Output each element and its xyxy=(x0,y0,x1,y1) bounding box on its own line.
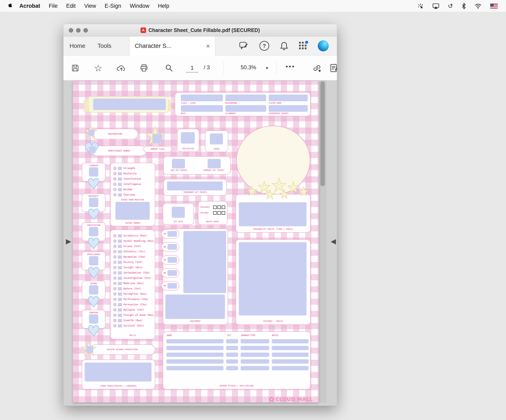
apps-grid-icon[interactable] xyxy=(299,42,307,50)
menu-acrobat[interactable]: Acrobat xyxy=(15,3,45,9)
failure-checkbox[interactable] xyxy=(217,211,221,215)
bluetooth-icon[interactable] xyxy=(461,3,466,9)
proficiency-circle[interactable] xyxy=(113,172,116,175)
speed-field[interactable] xyxy=(210,133,223,144)
skill-row[interactable]: Performance (Cha) xyxy=(113,297,154,302)
modifier-box[interactable] xyxy=(118,234,122,237)
weapon-notes-field[interactable] xyxy=(272,366,309,370)
modifier-box[interactable] xyxy=(118,266,122,269)
account-avatar[interactable] xyxy=(318,40,329,51)
weapon-damage-field[interactable] xyxy=(241,359,269,364)
failure-checkbox[interactable] xyxy=(222,211,225,215)
modifier-box[interactable] xyxy=(118,188,122,191)
skill-row[interactable]: Intimidation (Cha) xyxy=(113,270,154,275)
passive-wisdom-field[interactable] xyxy=(86,346,93,353)
notifications-bell-icon[interactable] xyxy=(280,41,288,50)
saving-throw-row[interactable]: Charisma xyxy=(113,192,153,197)
right-panel-toggle-icon[interactable]: ◀ xyxy=(331,237,336,245)
weapon-notes-field[interactable] xyxy=(272,353,309,357)
help-icon[interactable]: ? xyxy=(260,41,269,51)
weapon-damage-field[interactable] xyxy=(241,353,269,357)
modifier-box[interactable] xyxy=(118,250,122,253)
modifier-box[interactable] xyxy=(118,277,122,280)
features-field[interactable] xyxy=(239,242,306,316)
saving-throw-row[interactable]: Strength xyxy=(113,166,153,171)
skill-row[interactable]: Athletics (Str) xyxy=(113,249,154,254)
skill-row[interactable]: Religion (Int) xyxy=(113,307,154,312)
time-machine-icon[interactable]: ↺ xyxy=(448,3,453,9)
fill-sign-icon[interactable] xyxy=(330,64,337,72)
proficiency-circle[interactable] xyxy=(113,292,116,296)
weapon-name-field[interactable] xyxy=(166,339,224,343)
weapon-hit-field[interactable] xyxy=(226,339,238,343)
race-field[interactable] xyxy=(181,105,223,112)
minimize-window-button[interactable] xyxy=(76,28,80,32)
weapon-hit-field[interactable] xyxy=(226,353,238,357)
weapon-damage-field[interactable] xyxy=(241,339,269,343)
modifier-box[interactable] xyxy=(118,292,122,296)
proficiency-circle[interactable] xyxy=(113,314,116,317)
modifier-box[interactable] xyxy=(118,172,122,175)
menu-view[interactable]: View xyxy=(80,3,100,9)
menu-edit[interactable]: Edit xyxy=(62,3,80,9)
weapon-notes-field[interactable] xyxy=(272,339,309,343)
airplay-icon[interactable] xyxy=(432,3,439,9)
success-checkbox[interactable] xyxy=(217,206,221,209)
experience-points-field[interactable] xyxy=(269,105,308,112)
menu-help[interactable]: Help xyxy=(153,3,173,9)
proficiency-circle[interactable] xyxy=(113,277,116,280)
proficiency-circle[interactable] xyxy=(113,183,116,186)
proficiency-circle[interactable] xyxy=(113,298,116,301)
player-name-field[interactable] xyxy=(269,95,308,101)
modifier-box[interactable] xyxy=(118,308,122,311)
modifier-box[interactable] xyxy=(118,282,122,285)
proficiency-circle[interactable] xyxy=(113,324,116,327)
feedback-icon[interactable] xyxy=(239,41,249,50)
background-field[interactable] xyxy=(225,95,266,101)
failure-checkbox[interactable] xyxy=(213,211,217,215)
left-panel-toggle-icon[interactable]: ▶ xyxy=(66,237,71,245)
share-link-icon[interactable] xyxy=(313,64,321,72)
modifier-box[interactable] xyxy=(118,167,122,170)
skill-row[interactable]: Acrobatics (Dex) xyxy=(113,233,154,238)
proficiency-circle[interactable] xyxy=(113,271,116,274)
temporary-hit-points-field[interactable] xyxy=(167,181,223,190)
us-flag-input-source-icon[interactable] xyxy=(490,3,498,9)
max-hit-points-field[interactable] xyxy=(172,159,185,168)
skill-row[interactable]: Persuasion (Cha) xyxy=(113,302,154,307)
modifier-box[interactable] xyxy=(118,193,122,196)
weapon-damage-field[interactable] xyxy=(241,346,269,350)
hit-dice-field[interactable] xyxy=(172,207,185,218)
skill-row[interactable]: Investigation (Int) xyxy=(113,275,154,281)
skill-row[interactable]: Nature (Int) xyxy=(113,286,154,291)
modifier-box[interactable] xyxy=(118,287,122,290)
ep-field[interactable] xyxy=(167,257,177,263)
proficiency-circle[interactable] xyxy=(113,266,116,269)
inspiration-field[interactable] xyxy=(88,130,94,136)
tab-tools[interactable]: Tools xyxy=(91,36,118,55)
initiative-field[interactable] xyxy=(181,132,195,144)
zoom-window-button[interactable] xyxy=(83,28,88,32)
class-level-field[interactable] xyxy=(181,95,223,101)
skill-row[interactable]: Arcana (Int) xyxy=(113,244,154,249)
skill-row[interactable]: Insight (Wis) xyxy=(113,265,154,270)
favorite-star-icon[interactable]: ☆ xyxy=(94,63,102,73)
saving-throw-row[interactable]: Constitution xyxy=(113,176,153,181)
weapon-damage-field[interactable] xyxy=(241,366,269,370)
pp-field[interactable] xyxy=(167,283,177,289)
weapon-hit-field[interactable] xyxy=(226,346,238,350)
cloud-upload-icon[interactable] xyxy=(117,64,126,72)
proficiency-circle[interactable] xyxy=(113,188,116,191)
menu-esign[interactable]: E-Sign xyxy=(100,3,126,9)
saving-throw-row[interactable]: Wisdom xyxy=(113,187,153,192)
proficiency-circle[interactable] xyxy=(113,303,116,306)
modifier-box[interactable] xyxy=(118,314,122,317)
proficiency-circle[interactable] xyxy=(113,245,116,248)
proficiency-circle[interactable] xyxy=(113,287,116,290)
sp-field[interactable] xyxy=(167,244,177,250)
proficiency-circle[interactable] xyxy=(113,234,116,237)
other-proficiencies-field[interactable] xyxy=(85,362,152,381)
proficiency-circle[interactable] xyxy=(113,250,116,253)
weapon-name-field[interactable] xyxy=(166,359,224,364)
zoom-level-value[interactable]: 50.3% xyxy=(235,64,262,71)
